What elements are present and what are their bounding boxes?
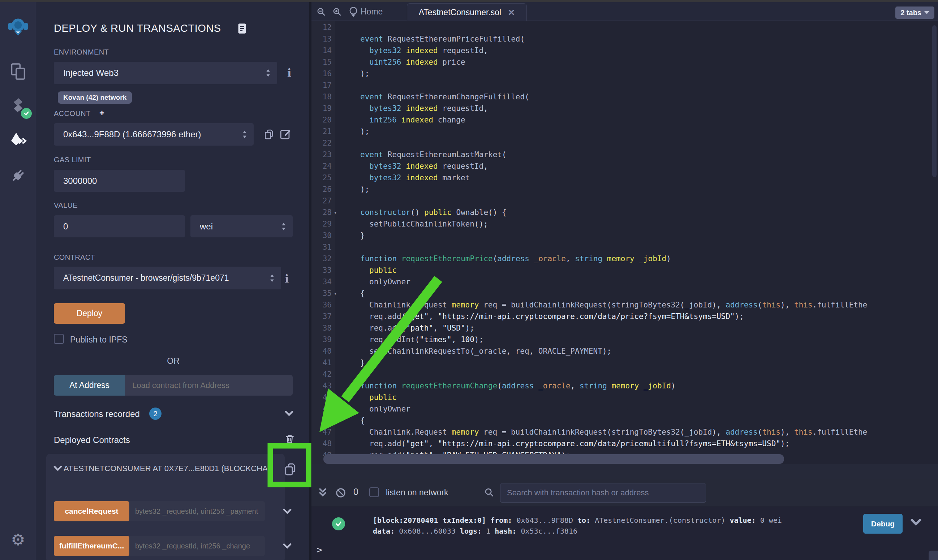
debug-button[interactable]: Debug <box>863 514 903 534</box>
code-line-38[interactable]: 38req.add("path", "USD"); <box>311 322 938 334</box>
expand-function-chevron-icon[interactable] <box>283 508 292 515</box>
terminal-search-input[interactable] <box>500 483 706 503</box>
code-line-26[interactable]: 26); <box>311 183 938 195</box>
sidebar-item-plugin-manager[interactable] <box>6 164 30 187</box>
copy-contract-address-icon[interactable] <box>283 461 298 479</box>
contract-expand-chevron-icon[interactable] <box>54 465 62 472</box>
code-line-47[interactable]: 47Chainlink.Request memory req = buildCh… <box>311 426 938 438</box>
code-line-42[interactable]: 42 <box>311 369 938 380</box>
horizontal-scrollbar[interactable] <box>323 454 784 464</box>
code-line-12[interactable]: 12 <box>311 22 938 33</box>
code-line-18[interactable]: 18event RequestEthereumChangeFulfilled( <box>311 91 938 103</box>
code-line-21[interactable]: 21); <box>311 126 938 137</box>
code-line-17[interactable]: 17 <box>311 80 938 91</box>
code-line-36[interactable]: 36Chainlink.Request memory req = buildCh… <box>311 299 938 311</box>
terminal-prompt[interactable]: > <box>317 545 322 555</box>
at-address-button[interactable]: At Address <box>54 375 125 395</box>
tab-home[interactable]: Home <box>361 2 383 21</box>
vertical-scrollbar[interactable] <box>932 25 936 177</box>
code-line-32[interactable]: 32function requestEthereumPrice(address … <box>311 253 938 265</box>
code-line-30[interactable]: 30} <box>311 230 938 242</box>
value-input[interactable] <box>54 215 185 237</box>
code-line-44[interactable]: 44public <box>311 392 938 403</box>
tx-log-line-1[interactable]: [block:20780401 txIndex:0] from: 0x643..… <box>373 516 782 525</box>
code-line-22[interactable]: 22 <box>311 137 938 149</box>
transactions-chevron-icon[interactable] <box>285 411 294 418</box>
line-number: 38 <box>311 322 332 334</box>
code-line-19[interactable]: 19bytes32 indexed requestId, <box>311 103 938 114</box>
code-line-48[interactable]: 48req.add("get", "https://min-api.crypto… <box>311 438 938 449</box>
fold-marker-icon[interactable]: ▾ <box>334 288 337 299</box>
delete-contracts-trash-icon[interactable] <box>284 433 295 446</box>
code-line-45[interactable]: 45onlyOwner <box>311 403 938 415</box>
code-line-31[interactable]: 31 <box>311 242 938 253</box>
code-line-39[interactable]: 39req.addInt("times", 100); <box>311 334 938 345</box>
code-line-43[interactable]: 43function requestEthereumChange(address… <box>311 380 938 392</box>
code-line-16[interactable]: 16); <box>311 68 938 80</box>
fold-marker-icon[interactable]: ▾ <box>334 415 337 426</box>
function-params-input[interactable] <box>129 536 265 556</box>
expand-function-chevron-icon[interactable] <box>283 543 292 550</box>
environment-select[interactable]: Injected Web3 <box>54 62 277 84</box>
environment-info-icon[interactable]: i <box>287 66 291 79</box>
function-button-cancelrequest[interactable]: cancelRequest <box>54 501 129 522</box>
publish-ipfs-checkbox[interactable] <box>54 334 64 344</box>
edit-account-icon[interactable] <box>279 128 292 142</box>
panel-resize-handle[interactable] <box>309 2 311 560</box>
code-line-20[interactable]: 20int256 indexed change <box>311 114 938 126</box>
add-account-icon[interactable]: + <box>97 108 107 118</box>
copy-account-icon[interactable] <box>263 128 275 142</box>
remix-logo[interactable] <box>6 15 30 38</box>
sidebar-item-deploy-run[interactable] <box>6 129 30 152</box>
code-line-15[interactable]: 15uint256 indexed price <box>311 56 938 68</box>
expand-log-chevron-icon[interactable] <box>910 518 921 527</box>
gas-limit-input[interactable] <box>54 170 185 192</box>
code-line-25[interactable]: 25bytes32 indexed market <box>311 172 938 183</box>
sidebar-item-solidity-compiler[interactable] <box>6 94 30 117</box>
line-number: 39 <box>311 334 332 345</box>
code-line-41[interactable]: 41} <box>311 357 938 369</box>
value-unit-select[interactable]: wei <box>191 215 293 237</box>
contract-info-icon[interactable]: i <box>285 272 289 285</box>
code-line-46[interactable]: 46▾{ <box>311 415 938 426</box>
docs-icon[interactable] <box>238 23 246 35</box>
function-button-fulfillethereumchange[interactable]: fulfillEthereumC... <box>54 536 129 556</box>
code-line-37[interactable]: 37req.add("get", "https://min-api.crypto… <box>311 311 938 322</box>
close-tab-icon[interactable]: ✕ <box>507 8 515 18</box>
line-number: 48 <box>311 438 332 449</box>
code-line-23[interactable]: 23event RequestEthereumLastMarket( <box>311 149 938 160</box>
code-line-40[interactable]: 40sendChainlinkRequestTo(_oracle, req, O… <box>311 345 938 357</box>
tab-atestnetconsumer[interactable]: ATestnetConsumer.sol ✕ <box>407 3 527 21</box>
code-line-34[interactable]: 34onlyOwner <box>311 276 938 288</box>
line-number: 26 <box>311 183 332 195</box>
code-line-33[interactable]: 33public <box>311 265 938 276</box>
at-address-input[interactable] <box>125 375 293 395</box>
deploy-button[interactable]: Deploy <box>54 303 125 324</box>
code-line-27[interactable]: 27 <box>311 195 938 207</box>
tx-log-line-2[interactable]: data: 0x608...60033 logs: 1 hash: 0x53c.… <box>373 527 577 535</box>
code-line-29[interactable]: 29setPublicChainlinkToken(); <box>311 218 938 230</box>
code-line-13[interactable]: 13event RequestEthereumPriceFulfilled( <box>311 33 938 45</box>
zoom-in-icon[interactable] <box>332 7 342 18</box>
contract-select[interactable]: ATestnetConsumer - browser/gists/9b71e07… <box>54 267 281 289</box>
code-line-35[interactable]: 35▾{ <box>311 288 938 299</box>
tab-home-label: Home <box>361 7 383 17</box>
code-line-14[interactable]: 14bytes32 indexed requestId, <box>311 45 938 56</box>
fold-marker-icon[interactable]: ▾ <box>334 207 337 218</box>
sidebar-item-settings[interactable]: ⚙ <box>6 528 30 551</box>
code-line-24[interactable]: 24bytes32 indexed requestId, <box>311 160 938 172</box>
clear-console-icon[interactable] <box>335 488 346 500</box>
tabs-dropdown-badge[interactable]: 2 tabs <box>895 6 934 19</box>
code-editor[interactable]: 1213event RequestEthereumPriceFulfilled(… <box>311 22 938 464</box>
code-line-28[interactable]: 28▾constructor() public Ownable() { <box>311 207 938 218</box>
listen-network-checkbox[interactable] <box>369 488 379 497</box>
sidebar-item-file-explorer[interactable] <box>6 60 30 83</box>
deployed-contract-title[interactable]: ATESTNETCONSUMER AT 0X7E7...E80D1 (BLOCK… <box>64 464 267 473</box>
zoom-out-icon[interactable] <box>317 7 326 18</box>
collapse-terminal-icon[interactable] <box>318 488 328 500</box>
line-number: 18 <box>311 91 332 103</box>
code-text: bytes32 indexed requestId, <box>360 45 488 56</box>
account-select[interactable]: 0x643...9F88D (1.666673996 ether) <box>54 123 254 146</box>
publish-ipfs-label: Publish to IPFS <box>70 335 128 345</box>
function-params-input[interactable] <box>129 501 265 522</box>
